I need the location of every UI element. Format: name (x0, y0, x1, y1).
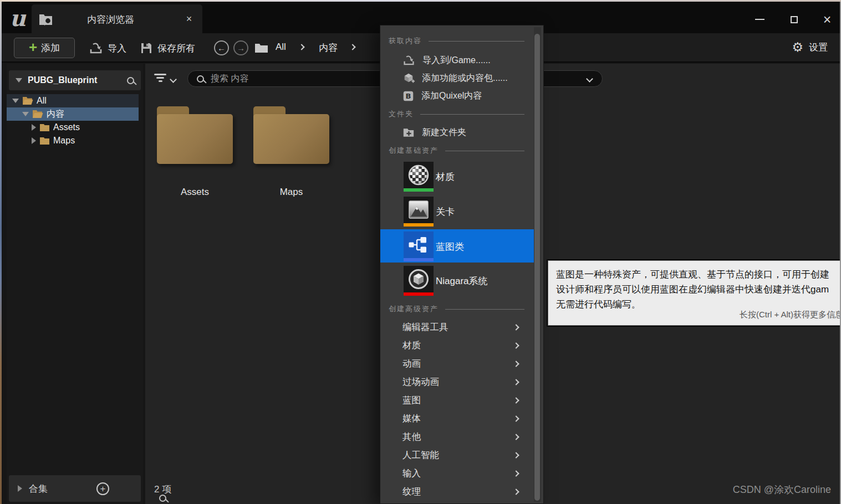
breadcrumb-root[interactable]: All (276, 42, 286, 53)
content-browser-tab[interactable]: 内容浏览器 × (32, 4, 202, 33)
nav-back-button[interactable]: ← (214, 40, 229, 55)
material-color-bar (404, 188, 434, 192)
submenu-texture[interactable]: 纹理 (380, 482, 534, 501)
closed-folder-icon (39, 124, 50, 132)
folder-maps[interactable] (253, 106, 329, 164)
blueprint-class-asset-label[interactable]: 蓝图类 (436, 240, 464, 253)
expander-open-icon[interactable] (22, 112, 29, 116)
folder-icon (157, 114, 233, 164)
item-count: 2 项 (154, 483, 171, 496)
material-asset-tile[interactable] (404, 162, 434, 192)
niagara-asset-tile[interactable] (404, 266, 434, 296)
import-button[interactable]: 导入 (89, 40, 126, 56)
chevron-down-icon (16, 78, 22, 83)
expander-closed-icon[interactable] (32, 137, 36, 144)
submenu-animation[interactable]: 动画 (380, 354, 534, 373)
save-all-label: 保存所有 (157, 42, 195, 55)
section-folder: 文件夹 (389, 109, 524, 119)
submenu-media[interactable]: 媒体 (380, 409, 534, 428)
add-asset-context-menu: 获取内容 导入到/Game...... 添加功能或内容包...... B (380, 25, 544, 504)
breadcrumb-folder-icon[interactable] (254, 43, 268, 53)
submenu-chevron-icon (513, 434, 519, 440)
nav-forward-button[interactable]: → (233, 40, 248, 55)
close-button[interactable]: × (818, 13, 837, 26)
menu-item-import-to-game[interactable]: 导入到/Game...... (380, 52, 534, 69)
project-name: PUBG_Blueprint (28, 75, 121, 85)
expander-closed-icon[interactable] (18, 485, 22, 492)
gear-icon: ⚙ (792, 40, 803, 55)
level-asset-tile[interactable] (404, 197, 434, 227)
filter-chevron-icon[interactable] (170, 76, 177, 83)
blueprint-class-asset-tile[interactable] (404, 232, 434, 261)
tab-title: 内容浏览器 (87, 13, 134, 26)
search-collections-icon[interactable] (159, 495, 166, 502)
submenu-chevron-icon (513, 397, 519, 403)
tree-item-label: 内容 (47, 109, 64, 120)
settings-button[interactable]: ⚙ 设置 (792, 40, 828, 55)
import-icon (402, 54, 415, 66)
submenu-chevron-icon (513, 361, 519, 367)
submenu-misc[interactable]: 其他 (380, 428, 534, 446)
add-button[interactable]: + 添加 (14, 38, 75, 58)
section-get-content: 获取内容 (389, 36, 524, 46)
level-mountain-icon (406, 198, 431, 222)
expander-closed-icon[interactable] (32, 124, 36, 131)
menu-item-new-folder[interactable]: 新建文件夹 (380, 124, 534, 141)
collections-label: 合集 (29, 482, 48, 495)
submenu-cinematics[interactable]: 过场动画 (380, 373, 534, 391)
material-asset-label[interactable]: 材质 (436, 171, 455, 183)
menu-item-add-quixel[interactable]: B 添加Quixel内容 (380, 88, 534, 104)
submenu-chevron-icon (513, 379, 519, 385)
tree-item-maps[interactable]: Maps (7, 134, 139, 147)
project-source-header[interactable]: PUBG_Blueprint (9, 70, 141, 90)
folder-maps-label: Maps (253, 187, 329, 198)
menu-item-label: 导入到/Game...... (422, 55, 491, 66)
submenu-material[interactable]: 材质 (380, 336, 534, 354)
expander-open-icon[interactable] (12, 99, 19, 103)
submenu-chevron-icon (513, 488, 519, 495)
niagara-asset-label[interactable]: Niagara系统 (436, 275, 488, 287)
collections-bar[interactable]: 合集 + (9, 475, 141, 502)
window-top-edge (0, 0, 841, 2)
quixel-icon: B (402, 90, 414, 102)
level-color-bar (404, 223, 434, 227)
open-folder-icon (32, 110, 43, 119)
maximize-button[interactable] (784, 13, 803, 26)
folder-assets-label: Assets (157, 187, 233, 198)
niagara-color-bar (404, 292, 434, 296)
folder-icon (253, 114, 329, 164)
blueprint-color-bar (404, 258, 434, 261)
submenu-editor-utilities[interactable]: 编辑器工具 (380, 318, 534, 336)
tooltip-line: 设计师和程序员可以使用蓝图在虚幻编辑器中快速创建并迭代gam (556, 282, 841, 297)
search-icon[interactable] (127, 77, 134, 84)
window-left-edge (0, 2, 2, 504)
tree-item-assets[interactable]: Assets (7, 121, 139, 134)
breadcrumb-current[interactable]: 内容 (319, 42, 338, 54)
menu-scrollbar-thumb[interactable] (534, 34, 540, 501)
filter-icon[interactable] (154, 74, 166, 84)
level-asset-label[interactable]: 关卡 (436, 205, 455, 218)
add-collection-icon[interactable]: + (96, 482, 109, 495)
import-icon (89, 42, 103, 55)
content-browser-tab-icon (38, 12, 53, 26)
submenu-blueprint[interactable]: 蓝图 (380, 391, 534, 409)
minimize-button[interactable] (750, 13, 769, 26)
sources-sidebar: PUBG_Blueprint All 内容 Assets (7, 64, 143, 504)
search-options-chevron-icon[interactable] (586, 75, 593, 83)
section-basic-assets: 创建基础资产 (389, 146, 524, 156)
submenu-input[interactable]: 输入 (380, 464, 534, 482)
menu-item-add-feature-pack[interactable]: 添加功能或内容包...... (380, 70, 534, 86)
tree-item-content-selected[interactable]: 内容 (7, 107, 139, 121)
submenu-artificial-intelligence[interactable]: 人工智能 (380, 446, 534, 464)
save-all-button[interactable]: 保存所有 (140, 40, 195, 56)
material-sphere-icon (406, 163, 431, 187)
save-icon (140, 42, 153, 55)
tab-close-icon[interactable]: × (182, 12, 196, 25)
folder-assets[interactable] (157, 106, 233, 164)
menu-item-label: 新建文件夹 (422, 127, 466, 138)
submenu-chevron-icon (513, 452, 519, 458)
submenu-chevron-icon (513, 415, 519, 421)
unreal-content-browser-window: u 内容浏览器 × × + 添加 导入 (0, 0, 841, 504)
blueprint-tooltip: 蓝图是一种特殊资产，可提供直观、基于节点的接口，可用于创建 设计师和程序员可以使… (548, 260, 841, 326)
tree-item-all[interactable]: All (7, 94, 139, 107)
